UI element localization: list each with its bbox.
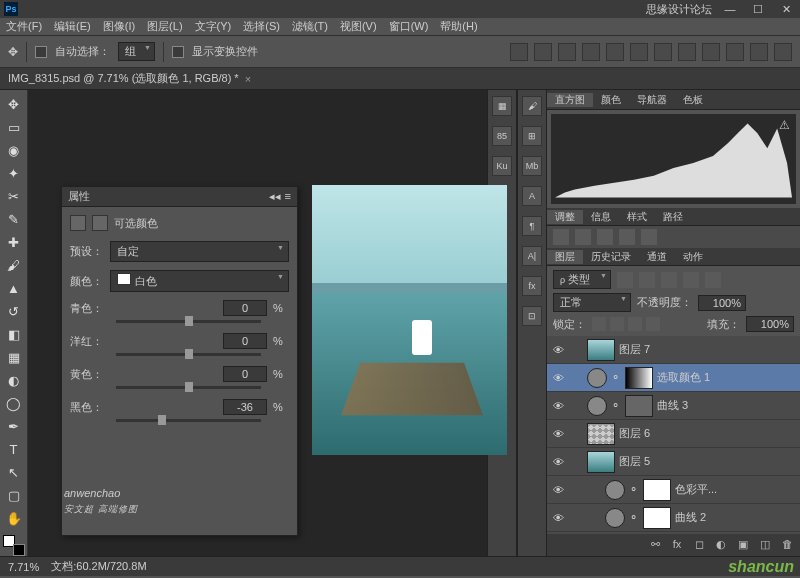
distribute-icon[interactable] xyxy=(750,43,768,61)
slider-track[interactable] xyxy=(116,386,261,389)
slider-value-input[interactable]: 0 xyxy=(223,300,267,316)
lock-trans-icon[interactable] xyxy=(592,317,606,331)
distribute-icon[interactable] xyxy=(678,43,696,61)
panel-icon[interactable]: Ku xyxy=(492,156,512,176)
char-panel-icon[interactable]: A xyxy=(522,186,542,206)
menu-select[interactable]: 选择(S) xyxy=(243,19,280,34)
link-icon[interactable]: ⚬ xyxy=(629,511,639,524)
distribute-icon[interactable] xyxy=(702,43,720,61)
slider-track[interactable] xyxy=(116,353,261,356)
filter-icon[interactable] xyxy=(683,272,699,288)
auto-select-checkbox[interactable] xyxy=(35,46,47,58)
tab-swatches[interactable]: 色板 xyxy=(675,93,711,107)
color-dropdown[interactable]: 白色 xyxy=(110,270,289,292)
tab-navigator[interactable]: 导航器 xyxy=(629,93,675,107)
menu-edit[interactable]: 编辑(E) xyxy=(54,19,91,34)
tab-color[interactable]: 颜色 xyxy=(593,93,629,107)
path-tool[interactable]: ↖ xyxy=(3,462,25,483)
link-layers-icon[interactable]: ⚯ xyxy=(648,538,662,552)
adj-icon[interactable] xyxy=(575,229,591,245)
layer-row[interactable]: 👁 ⚬ 色彩平... xyxy=(547,476,800,504)
dodge-tool[interactable]: ◯ xyxy=(3,393,25,414)
visibility-icon[interactable]: 👁 xyxy=(551,484,565,496)
properties-tab[interactable]: 属性 xyxy=(68,189,90,204)
document-tab[interactable]: IMG_8315.psd @ 7.71% (选取颜色 1, RGB/8) * × xyxy=(8,71,251,86)
menu-type[interactable]: 文字(Y) xyxy=(195,19,232,34)
preset-dropdown[interactable]: 自定 xyxy=(110,241,289,262)
slider-value-input[interactable]: -36 xyxy=(223,399,267,415)
panel-icon[interactable]: 85 xyxy=(492,126,512,146)
align-icon[interactable] xyxy=(534,43,552,61)
zoom-level[interactable]: 7.71% xyxy=(8,561,39,573)
menu-image[interactable]: 图像(I) xyxy=(103,19,135,34)
slider-thumb[interactable] xyxy=(158,415,166,425)
close-button[interactable]: ✕ xyxy=(776,3,796,16)
menu-window[interactable]: 窗口(W) xyxy=(389,19,429,34)
layer-name[interactable]: 图层 6 xyxy=(619,426,796,441)
link-icon[interactable]: ⚬ xyxy=(629,483,639,496)
mask-icon[interactable]: ◻ xyxy=(692,538,706,552)
swatches-panel-icon[interactable]: ⊞ xyxy=(522,126,542,146)
panel-icon[interactable]: Mb xyxy=(522,156,542,176)
slider-track[interactable] xyxy=(116,320,261,323)
adj-icon[interactable] xyxy=(553,229,569,245)
shape-tool[interactable]: ▢ xyxy=(3,485,25,506)
adjustment-layer-icon[interactable]: ◐ xyxy=(714,538,728,552)
align-icon[interactable] xyxy=(606,43,624,61)
panel-icon[interactable]: ⊡ xyxy=(522,306,542,326)
fg-bg-colors[interactable] xyxy=(3,535,25,556)
filter-icon[interactable] xyxy=(661,272,677,288)
visibility-icon[interactable]: 👁 xyxy=(551,512,565,524)
slider-thumb[interactable] xyxy=(185,349,193,359)
menu-view[interactable]: 视图(V) xyxy=(340,19,377,34)
slider-track[interactable] xyxy=(116,419,261,422)
canvas-area[interactable]: 属性 ◂◂ ≡ 可选颜色 预设： 自定 颜色： 白色 xyxy=(28,90,487,556)
layer-thumb[interactable] xyxy=(605,508,625,528)
filter-icon[interactable] xyxy=(617,272,633,288)
type-tool[interactable]: T xyxy=(3,439,25,460)
hand-tool[interactable]: ✋ xyxy=(3,508,25,529)
para-panel-icon[interactable]: ¶ xyxy=(522,216,542,236)
distribute-icon[interactable] xyxy=(654,43,672,61)
layer-name[interactable]: 色彩平... xyxy=(675,482,796,497)
document-canvas[interactable] xyxy=(312,185,507,455)
link-icon[interactable]: ⚬ xyxy=(611,371,621,384)
adj-icon[interactable] xyxy=(619,229,635,245)
move-tool[interactable]: ✥ xyxy=(3,94,25,115)
slider-value-input[interactable]: 0 xyxy=(223,333,267,349)
stamp-tool[interactable]: ▲ xyxy=(3,278,25,299)
tab-channels[interactable]: 通道 xyxy=(639,250,675,264)
minimize-button[interactable]: — xyxy=(720,3,740,15)
close-tab-icon[interactable]: × xyxy=(245,73,251,85)
brush-panel-icon[interactable]: 🖌 xyxy=(522,96,542,116)
collapse-icon[interactable]: ◂◂ xyxy=(269,190,281,203)
layer-row[interactable]: 👁 ⚬ 曲线 3 xyxy=(547,392,800,420)
slider-value-input[interactable]: 0 xyxy=(223,366,267,382)
menu-filter[interactable]: 滤镜(T) xyxy=(292,19,328,34)
layer-row[interactable]: 👁 图层 7 xyxy=(547,336,800,364)
layer-name[interactable]: 选取颜色 1 xyxy=(657,370,796,385)
filter-icon[interactable] xyxy=(639,272,655,288)
blur-tool[interactable]: ◐ xyxy=(3,370,25,391)
styles-panel-icon[interactable]: A| xyxy=(522,246,542,266)
tab-layers[interactable]: 图层 xyxy=(547,250,583,264)
layer-name[interactable]: 图层 7 xyxy=(619,342,796,357)
heal-tool[interactable]: ✚ xyxy=(3,232,25,253)
visibility-icon[interactable]: 👁 xyxy=(551,456,565,468)
show-transform-checkbox[interactable] xyxy=(172,46,184,58)
visibility-icon[interactable]: 👁 xyxy=(551,428,565,440)
history-brush-tool[interactable]: ↺ xyxy=(3,301,25,322)
eyedropper-tool[interactable]: ✎ xyxy=(3,209,25,230)
visibility-icon[interactable]: 👁 xyxy=(551,372,565,384)
layer-row[interactable]: 👁 ⚬ 选取颜色 1 xyxy=(547,364,800,392)
panel-icon[interactable]: ▦ xyxy=(492,96,512,116)
adj-icon[interactable] xyxy=(641,229,657,245)
group-icon[interactable]: ▣ xyxy=(736,538,750,552)
layer-kind-dropdown[interactable]: ρ 类型 xyxy=(553,270,611,289)
menu-help[interactable]: 帮助(H) xyxy=(440,19,477,34)
pen-tool[interactable]: ✒ xyxy=(3,416,25,437)
crop-tool[interactable]: ✂ xyxy=(3,186,25,207)
maximize-button[interactable]: ☐ xyxy=(748,3,768,16)
tab-info[interactable]: 信息 xyxy=(583,210,619,224)
align-icon[interactable] xyxy=(582,43,600,61)
